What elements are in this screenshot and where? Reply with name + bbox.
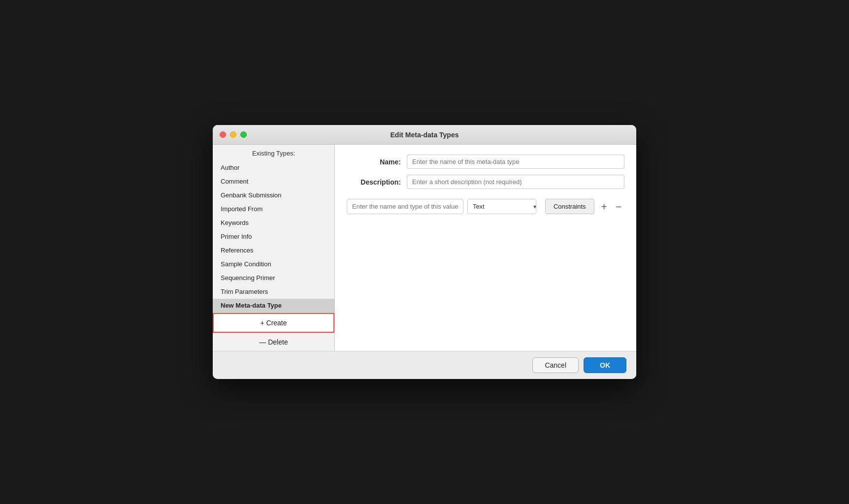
type-item-trim-parameters[interactable]: Trim Parameters [213, 285, 334, 299]
remove-value-button[interactable]: − [613, 201, 624, 213]
type-item-new-meta-data-type[interactable]: New Meta-data Type [213, 299, 334, 313]
type-select-wrapper: TextIntegerFloatBooleanDate [467, 199, 541, 214]
type-item-imported-from[interactable]: Imported From [213, 202, 334, 216]
dialog-window: Edit Meta-data Types Existing Types: Aut… [213, 125, 636, 379]
delete-button[interactable]: — Delete [213, 333, 334, 351]
value-row: TextIntegerFloatBooleanDate Constraints … [347, 199, 624, 214]
traffic-lights [220, 131, 247, 138]
window-title: Edit Meta-data Types [391, 131, 459, 139]
maximize-button[interactable] [240, 131, 247, 138]
name-input[interactable] [407, 155, 624, 169]
type-item-references[interactable]: References [213, 244, 334, 257]
title-bar: Edit Meta-data Types [213, 125, 636, 145]
description-row: Description: [347, 175, 624, 189]
description-input[interactable] [407, 175, 624, 189]
type-item-sequencing-primer[interactable]: Sequencing Primer [213, 271, 334, 285]
close-button[interactable] [220, 131, 226, 138]
constraints-button[interactable]: Constraints [545, 199, 594, 214]
right-panel: Name: Description: TextIntegerFloatBoole… [335, 145, 636, 351]
type-item-primer-info[interactable]: Primer Info [213, 230, 334, 244]
left-buttons: + Create — Delete [213, 313, 334, 351]
type-select[interactable]: TextIntegerFloatBooleanDate [467, 199, 536, 214]
description-label: Description: [347, 178, 401, 186]
type-item-comment[interactable]: Comment [213, 175, 334, 189]
type-item-genbank-submission[interactable]: Genbank Submission [213, 189, 334, 202]
add-value-button[interactable]: + [598, 201, 610, 213]
name-row: Name: [347, 155, 624, 169]
create-button[interactable]: + Create [213, 313, 334, 333]
value-name-input[interactable] [347, 199, 463, 214]
existing-types-label: Existing Types: [213, 145, 334, 161]
dialog-footer: Cancel OK [213, 351, 636, 379]
ok-button[interactable]: OK [584, 357, 626, 373]
type-item-keywords[interactable]: Keywords [213, 216, 334, 230]
types-list: AuthorCommentGenbank SubmissionImported … [213, 161, 334, 313]
name-label: Name: [347, 158, 401, 166]
cancel-button[interactable]: Cancel [532, 357, 579, 373]
type-item-author[interactable]: Author [213, 161, 334, 175]
type-item-sample-condition[interactable]: Sample Condition [213, 257, 334, 271]
minimize-button[interactable] [230, 131, 236, 138]
add-remove-buttons: + − [598, 201, 624, 213]
dialog-body: Existing Types: AuthorCommentGenbank Sub… [213, 145, 636, 351]
left-panel: Existing Types: AuthorCommentGenbank Sub… [213, 145, 335, 351]
